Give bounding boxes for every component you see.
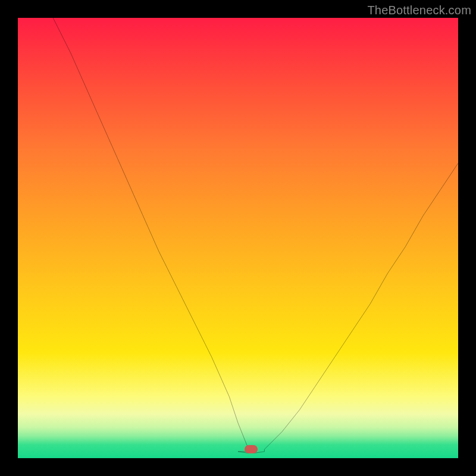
- watermark-text: TheBottleneck.com: [367, 4, 471, 17]
- chart-frame: TheBottleneck.com: [0, 0, 476, 476]
- plot-background-gradient: [18, 18, 458, 458]
